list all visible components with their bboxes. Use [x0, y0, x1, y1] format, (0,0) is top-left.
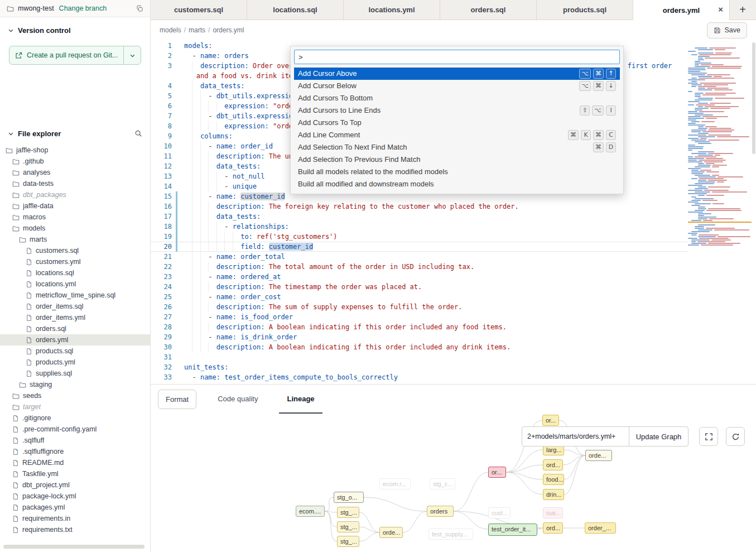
code-line-29[interactable]: 29 - name: is_drink_order — [151, 332, 688, 342]
lineage-node-test_order_it[interactable]: test_order_it... — [488, 524, 537, 536]
lineage-node-stg_c[interactable]: stg_c... — [430, 478, 455, 489]
change-branch-link[interactable]: Change branch — [59, 4, 107, 12]
fullscreen-button[interactable] — [699, 427, 718, 446]
tree-item-dbt_packages[interactable]: dbt_packages — [0, 189, 150, 200]
create-pr-dropdown-button[interactable] — [124, 46, 141, 64]
tree-item-models[interactable]: models — [0, 223, 150, 234]
tab-products.sql[interactable]: products.sql — [537, 0, 633, 20]
command-item[interactable]: Add Selection To Previous Find Match — [294, 153, 620, 166]
code-line-27[interactable]: 27 - name: is_food_order — [151, 312, 688, 322]
lineage-node-ord[interactable]: ord... — [543, 459, 563, 471]
lineage-node-or[interactable]: or... — [488, 467, 506, 478]
tree-item-marts[interactable]: marts — [0, 234, 150, 245]
command-item[interactable]: Build all modified and downstream models — [294, 178, 620, 190]
code-line-16[interactable]: 16 description: The foreign key relating… — [151, 201, 688, 212]
lineage-node-stg_[interactable]: stg_... — [337, 521, 359, 532]
code-line-19[interactable]: 19 to: ref('stg_customers') — [151, 232, 688, 242]
command-item[interactable]: Add Cursor Above⌥⌘↑ — [294, 68, 620, 80]
tree-item-order_items.yml[interactable]: order_items.yml — [0, 312, 150, 323]
command-item[interactable]: Add Cursors to Line Ends⇧⌥I — [294, 104, 620, 117]
tree-item-customers.yml[interactable]: customers.yml — [0, 256, 150, 267]
lineage-selector-input[interactable] — [522, 426, 629, 447]
code-line-18[interactable]: 18 - relationships: — [151, 222, 688, 232]
lineage-node-ecom[interactable]: ecom.... — [296, 506, 325, 517]
lineage-node-stg_[interactable]: stg_... — [337, 507, 359, 518]
tree-item-.gitignore[interactable]: .gitignore — [0, 412, 150, 424]
tab-lineage[interactable]: Lineage — [279, 385, 322, 414]
lineage-node-orders[interactable]: orders — [427, 506, 454, 517]
tree-item-analyses[interactable]: analyses — [0, 167, 150, 178]
tree-item-metricflow_time_spine.sql[interactable]: metricflow_time_spine.sql — [0, 290, 150, 301]
copy-icon[interactable] — [136, 5, 143, 12]
minimap[interactable] — [688, 47, 752, 246]
tree-item-locations.yml[interactable]: locations.yml — [0, 279, 150, 290]
code-line-22[interactable]: 22 description: The total amount of the … — [151, 262, 688, 272]
refresh-button[interactable] — [726, 427, 745, 446]
code-line-28[interactable]: 28 description: A boolean indicating if … — [151, 322, 688, 332]
search-icon[interactable] — [134, 129, 142, 137]
tree-item-Taskfile.yml[interactable]: Taskfile.yml — [0, 468, 150, 479]
lineage-node-order_[interactable]: order_... — [585, 522, 616, 534]
lineage-node-food[interactable]: food... — [543, 474, 564, 485]
tree-item-.pre-commit-config.yaml[interactable]: .pre-commit-config.yaml — [0, 424, 150, 435]
lineage-node-ecomr[interactable]: ecom.r... — [379, 478, 411, 489]
tree-item-products.yml[interactable]: products.yml — [0, 357, 150, 368]
breadcrumb-marts[interactable]: marts — [189, 26, 205, 34]
tree-item-staging[interactable]: staging — [0, 379, 150, 390]
tree-item-jaffle-shop[interactable]: jaffle-shop — [0, 145, 150, 156]
tree-item-locations.sql[interactable]: locations.sql — [0, 267, 150, 279]
code-line-20[interactable]: 20 field: customer_id — [151, 242, 688, 252]
breadcrumb-models[interactable]: models — [160, 26, 181, 34]
tree-item-packages.yml[interactable]: packages.yml — [0, 502, 150, 513]
lineage-node-stg_o[interactable]: stg_o... — [334, 492, 364, 503]
tab-locations.yml[interactable]: locations.yml — [344, 0, 440, 20]
lineage-node-orde[interactable]: orde... — [585, 450, 612, 461]
tab-orders.yml[interactable]: orders.yml× — [633, 0, 730, 20]
code-line-26[interactable]: 26 description: The sum of supply expens… — [151, 302, 688, 312]
tree-item-orders.sql[interactable]: orders.sql — [0, 323, 150, 334]
tree-item-requirements.txt[interactable]: requirements.txt — [0, 524, 150, 535]
tab-orders.sql[interactable]: orders.sql — [440, 0, 537, 20]
code-line-33[interactable]: 33 - name: test_order_items_compute_to_b… — [151, 372, 688, 382]
lineage-node-ord[interactable]: ord... — [543, 522, 563, 534]
code-line-23[interactable]: 23 - name: ordered_at — [151, 272, 688, 282]
format-button[interactable]: Format — [158, 390, 196, 409]
file-explorer-header[interactable]: File explorer — [0, 121, 150, 143]
lineage-node-test_supply[interactable]: test_supply... — [428, 529, 473, 540]
code-line-24[interactable]: 24 description: The timestamp the order … — [151, 282, 688, 292]
code-line-17[interactable]: 17 data_tests: — [151, 212, 688, 222]
code-line-30[interactable]: 30 description: A boolean indicating if … — [151, 342, 688, 352]
code-line-32[interactable]: 32unit_tests: — [151, 362, 688, 372]
breadcrumb-orders.yml[interactable]: orders.yml — [213, 26, 244, 34]
lineage-node-orde[interactable]: orde... — [379, 527, 403, 538]
tree-item-requirements.in[interactable]: requirements.in — [0, 513, 150, 524]
tree-item-dbt_project.yml[interactable]: dbt_project.yml — [0, 479, 150, 491]
editor-scrollbar[interactable] — [752, 42, 755, 382]
lineage-node-cust[interactable]: cust... — [488, 507, 511, 519]
close-icon[interactable]: × — [718, 4, 723, 15]
command-item[interactable]: Build all models related to the modified… — [294, 166, 620, 178]
code-line-31[interactable]: 31 — [151, 352, 688, 362]
update-graph-button[interactable]: Update Graph — [629, 426, 688, 447]
tree-item-target[interactable]: target — [0, 401, 150, 412]
tree-item-.github[interactable]: .github — [0, 156, 150, 167]
command-item[interactable]: Add Cursors To Bottom — [294, 92, 620, 104]
tab-code-quality[interactable]: Code quality — [210, 385, 266, 414]
version-control-header[interactable]: Version control — [0, 17, 150, 40]
code-line-25[interactable]: 25 - name: order_cost — [151, 292, 688, 302]
tree-item-macros[interactable]: macros — [0, 212, 150, 223]
lineage-node-drin[interactable]: drin... — [543, 489, 564, 500]
command-item[interactable]: Add Selection To Next Find Match⌘D — [294, 141, 620, 153]
lineage-node-or[interactable]: or... — [542, 415, 559, 426]
tree-item-customers.sql[interactable]: customers.sql — [0, 245, 150, 256]
tree-item-data-tests[interactable]: data-tests — [0, 178, 150, 189]
tree-item-.sqlfluff[interactable]: .sqlfluff — [0, 435, 150, 446]
tree-item-.sqlfluffignore[interactable]: .sqlfluffignore — [0, 446, 150, 457]
save-button[interactable]: Save — [707, 22, 748, 39]
tree-item-jaffle-data[interactable]: jaffle-data — [0, 200, 150, 212]
tree-item-orders.yml[interactable]: orders.yml — [0, 334, 150, 345]
tree-item-supplies.sql[interactable]: supplies.sql — [0, 368, 150, 379]
tree-item-README.md[interactable]: README.md — [0, 457, 150, 468]
tab-locations.sql[interactable]: locations.sql — [247, 0, 344, 20]
command-item[interactable]: Add Cursor Below⌥⌘↓ — [294, 80, 620, 92]
